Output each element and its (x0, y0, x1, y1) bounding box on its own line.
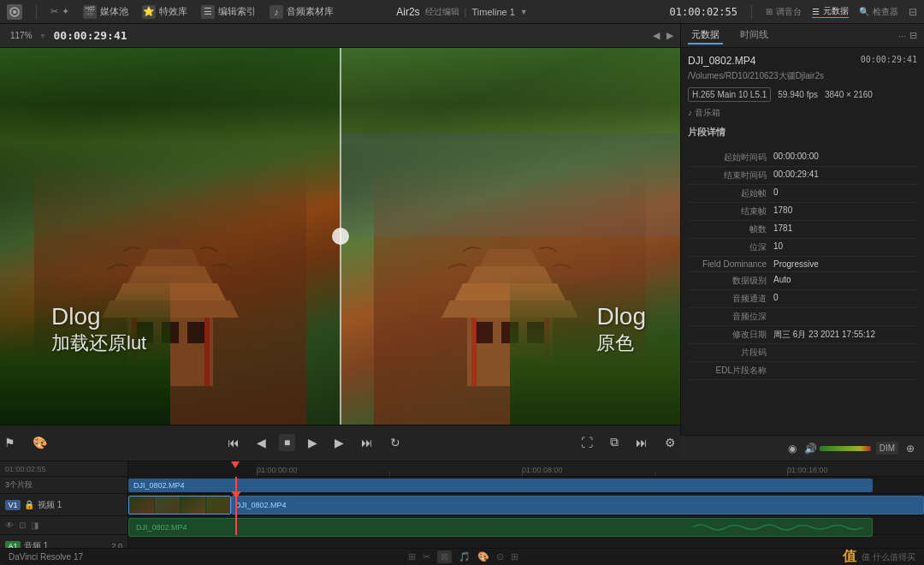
timeline-dropdown-icon[interactable]: ▼ (520, 8, 528, 16)
video-controls: ⚑ 🎨 ⏮ ◀ ■ ▶ ▶ ⏭ ↻ ⛶ ⧉ ⏭ ⚙ (0, 425, 680, 459)
clip-details-header: 片段详情 (688, 126, 917, 142)
effects-icon[interactable]: ✦ (62, 6, 69, 17)
meta-key-9: 音频位深 (688, 311, 773, 323)
prev-frame-btn[interactable]: ◀ (252, 434, 270, 451)
svg-rect-10 (187, 322, 204, 343)
meta-row-1: 结束时间码 00:00:29:41 (688, 167, 917, 185)
ruler-header-label: 01:00:02:55 (5, 465, 46, 473)
timeline-ruler: 01:00:00:00 01:00:08:00 01:00:16:00 (257, 461, 924, 477)
meta-val-12 (773, 365, 917, 377)
panel-menu-icon[interactable]: ··· (898, 31, 906, 41)
meta-key-4: 帧数 (688, 223, 773, 235)
track-eye-icon[interactable]: 👁 (5, 520, 14, 530)
audio-settings-btn[interactable]: DIM (876, 442, 898, 455)
marker-btn[interactable]: ◉ (785, 441, 799, 456)
menu-edit-index[interactable]: ☰ 编辑索引 (201, 5, 256, 19)
fullscreen-btn[interactable]: ⛶ (577, 434, 597, 451)
bottom-icon-2[interactable]: ✂ (423, 551, 430, 562)
tick-0 (257, 469, 258, 476)
svg-rect-19 (476, 322, 493, 343)
skip-end-btn[interactable]: ⏭ (357, 434, 377, 451)
split-handle[interactable] (332, 228, 349, 245)
project-title: Air2s (396, 6, 419, 18)
meta-val-8: 0 (773, 293, 917, 305)
menu-media-pool[interactable]: 🎬 媒体池 (83, 5, 128, 19)
thumb-1 (155, 497, 181, 514)
svg-rect-22 (471, 318, 477, 386)
meta-row-9: 音频位深 (688, 308, 917, 326)
menu-audio-lib[interactable]: ♪ 音频素材库 (270, 5, 334, 19)
video-clip-label-bar[interactable]: DJI_0802.MP4 (128, 479, 873, 492)
meta-key-8: 音频通道 (688, 293, 773, 305)
meta-val-2: 0 (773, 187, 917, 199)
video-clip-selected[interactable] (128, 496, 231, 514)
bottom-icon-4[interactable]: 🎵 (459, 551, 471, 562)
separator (36, 5, 37, 19)
meta-key-6: Field Dominance (688, 259, 773, 269)
meta-val-9 (773, 311, 917, 323)
v1-name: 视频 1 (38, 499, 62, 511)
cut-icon[interactable]: ✂ (50, 6, 58, 17)
settings-btn[interactable]: ⚙ (660, 434, 680, 451)
prev-view-btn[interactable]: ◀ (653, 30, 660, 41)
metadata-section: DJI_0802.MP4 00:00:29:41 /Volumes/RD10/2… (681, 48, 924, 435)
panel-expand-icon[interactable]: ⊟ (909, 30, 917, 41)
skip-end2-btn[interactable]: ⏭ (631, 434, 652, 451)
track-auto-icon[interactable]: ⊡ (19, 520, 26, 530)
tab-metadata[interactable]: ☰ 元数据 (812, 5, 849, 18)
svg-marker-13 (497, 236, 523, 249)
playhead-head (231, 491, 241, 498)
bottom-icon-3[interactable]: ⊠ (437, 550, 452, 563)
audio-row: ♪ 音乐箱 (688, 107, 917, 119)
volume-icon[interactable]: 🔊 (804, 443, 817, 455)
pip-btn[interactable]: ⧉ (606, 433, 623, 451)
tab-metadata[interactable]: 元数据 (688, 27, 723, 45)
bottom-icon-7[interactable]: ⊞ (511, 551, 518, 562)
video-top-bar: 117% ▼ 00:00:29:41 ◀ ▶ (0, 24, 680, 48)
right-panel: 元数据 时间线 ··· ⊟ DJI_0802.MP4 00:00:29:41 /… (680, 24, 924, 435)
meta-val-5: 10 (773, 241, 917, 253)
v1-lock-icon[interactable]: 🔒 (24, 500, 34, 509)
audio-meter: 🔊 (804, 443, 871, 455)
tab-timeline[interactable]: 时间线 (737, 27, 772, 45)
resolution-label: 3840 × 2160 (825, 90, 873, 99)
tab-audio-mixer[interactable]: ⊞ 调音台 (766, 6, 802, 18)
codec-box: H.265 Main 10 L5.1 (688, 87, 771, 102)
menu-effects[interactable]: ⭐ 特效库 (142, 5, 187, 19)
audio-waveform-clip[interactable]: DJI_0802.MP4 (128, 518, 873, 537)
add-track-btn[interactable]: ⊕ (903, 441, 917, 456)
meta-val-6: Progressive (773, 259, 917, 269)
playhead[interactable] (235, 494, 237, 515)
left-sub-label: 加载还原lut (51, 330, 146, 356)
meta-key-2: 起始帧 (688, 187, 773, 199)
next-view-btn[interactable]: ▶ (666, 30, 673, 41)
bottom-icon-6[interactable]: ⊙ (496, 551, 504, 562)
meta-val-3: 1780 (773, 205, 917, 217)
thumb-2 (181, 497, 206, 514)
bottom-icon-1[interactable]: ⊞ (408, 551, 416, 562)
meta-row-10: 修改日期 周三 6月 23 2021 17:55:12 (688, 326, 917, 344)
metadata-table: 起始时间码 00:00:00:00 结束时间码 00:00:29:41 起始帧 … (688, 149, 917, 380)
right-panel-tabs: ⊞ 调音台 ☰ 元数据 🔍 检查器 ⊟ (766, 5, 917, 18)
clip-count-label: 3个片段 (5, 479, 33, 491)
separator-dot: | (465, 7, 467, 17)
play-btn[interactable]: ▶ (304, 434, 322, 451)
thumb-strip (129, 497, 230, 514)
panel-expand[interactable]: ⊟ (909, 6, 917, 18)
v1-badge: V1 (5, 500, 21, 510)
video-clip-main[interactable]: DJI_0802.MP4 (231, 496, 924, 514)
video-preview: Dlog 加载还原lut Dlog 原色 (0, 48, 680, 425)
bottom-icon-5[interactable]: 🎨 (477, 551, 489, 562)
bottom-center-icons: ⊞ ✂ ⊠ 🎵 🎨 ⊙ ⊞ (408, 550, 518, 563)
meta-val-7: Auto (773, 275, 917, 287)
stop-btn[interactable]: ■ (279, 434, 295, 451)
flag-btn[interactable]: ⚑ (0, 434, 20, 451)
meta-val-10: 周三 6月 23 2021 17:55:12 (773, 329, 917, 341)
skip-start-btn[interactable]: ⏮ (223, 434, 244, 451)
tab-inspector[interactable]: 🔍 检查器 (859, 6, 898, 18)
split-line[interactable] (340, 48, 341, 425)
loop-btn[interactable]: ↻ (386, 434, 405, 451)
next-frame-btn[interactable]: ▶ (330, 434, 348, 451)
track-color-icon[interactable]: ◨ (31, 520, 38, 530)
color-btn[interactable]: 🎨 (28, 434, 51, 451)
